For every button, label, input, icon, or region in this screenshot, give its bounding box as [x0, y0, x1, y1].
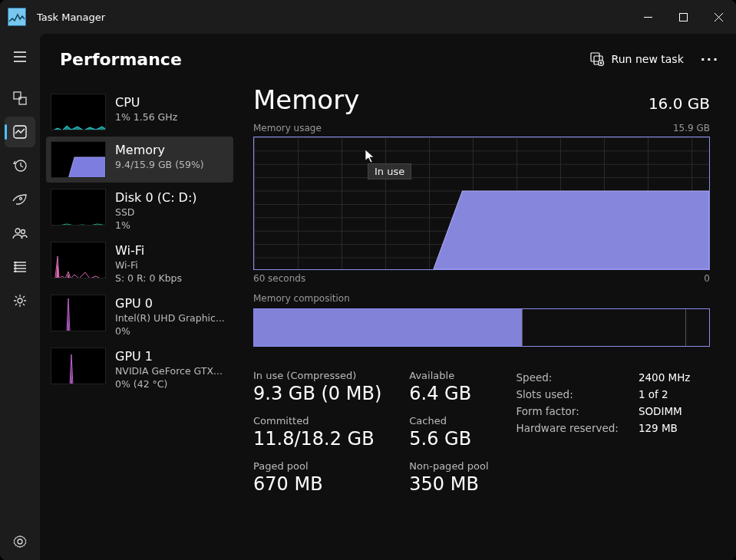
resource-sub1: Wi-Fi	[115, 259, 229, 271]
x-axis-right: 0	[704, 273, 710, 284]
nav-details[interactable]	[5, 252, 35, 282]
committed-label: Committed	[253, 415, 381, 427]
slots-val: 1 of 2	[639, 388, 691, 400]
slots-key: Slots used:	[517, 388, 619, 400]
disk-sparkline	[51, 189, 106, 226]
hw-val: 129 MB	[639, 422, 691, 434]
panel-header: Performance Run new task ···	[40, 34, 736, 84]
cached-label: Cached	[409, 415, 488, 427]
memory-composition-bar[interactable]	[253, 308, 710, 347]
more-options-button[interactable]: ···	[701, 52, 719, 67]
resource-item-memory[interactable]: Memory 9.4/15.9 GB (59%)	[46, 137, 233, 183]
nav-services[interactable]	[5, 285, 35, 316]
run-new-task-button[interactable]: Run new task	[590, 52, 684, 66]
nav-settings[interactable]	[5, 526, 35, 557]
hamburger-button[interactable]	[5, 41, 35, 72]
nav-app-history[interactable]	[5, 150, 35, 181]
svg-marker-18	[68, 157, 106, 178]
svg-point-13	[18, 298, 22, 303]
close-button[interactable]	[701, 0, 736, 34]
resource-sub1: NVIDIA GeForce GTX...	[115, 365, 229, 377]
svg-point-7	[15, 229, 20, 233]
cpu-sparkline	[51, 94, 106, 130]
cached-value: 5.6 GB	[409, 428, 488, 450]
detail-pane: Memory 16.0 GB Memory usage 15.9 GB	[239, 84, 736, 560]
available-value: 6.4 GB	[409, 383, 488, 404]
resource-sub2: 1%	[115, 219, 229, 231]
nav-users[interactable]	[5, 218, 35, 249]
nonpaged-label: Non-paged pool	[409, 460, 488, 472]
available-label: Available	[409, 370, 488, 381]
form-key: Form factor:	[517, 405, 619, 417]
detail-title: Memory	[253, 84, 359, 115]
memory-sparkline	[51, 141, 106, 178]
resource-sub2: S: 0 R: 0 Kbps	[115, 272, 229, 284]
titlebar: Task Manager	[0, 0, 736, 34]
wifi-sparkline	[51, 242, 106, 278]
nav-rail	[0, 34, 40, 560]
memory-capacity: 16.0 GB	[649, 94, 710, 113]
resource-title: Wi-Fi	[115, 243, 229, 258]
resource-item-gpu0[interactable]: GPU 0 Intel(R) UHD Graphic... 0%	[46, 290, 233, 341]
in-use-label: In use (Compressed)	[253, 370, 381, 381]
composition-free	[686, 309, 709, 346]
nav-performance[interactable]	[5, 117, 35, 147]
resource-sub1: Intel(R) UHD Graphic...	[115, 312, 229, 324]
resource-sub2: 0% (42 °C)	[115, 378, 229, 390]
memory-usage-chart[interactable]: In use	[253, 137, 710, 270]
paged-value: 670 MB	[253, 473, 381, 495]
stats-secondary: Speed: 2400 MHz Slots used: 1 of 2 Form …	[517, 371, 691, 495]
resource-item-cpu[interactable]: CPU 1% 1.56 GHz	[46, 89, 233, 135]
chart-fill	[254, 137, 709, 269]
resource-title: CPU	[115, 95, 229, 110]
resource-item-wifi[interactable]: Wi-Fi Wi-Fi S: 0 R: 0 Kbps	[46, 237, 233, 288]
svg-point-8	[21, 230, 25, 234]
resource-item-disk0[interactable]: Disk 0 (C: D:) SSD 1%	[46, 184, 233, 236]
nav-startup-apps[interactable]	[5, 184, 35, 215]
speed-val: 2400 MHz	[639, 371, 691, 384]
hw-key: Hardware reserved:	[517, 422, 619, 434]
resource-sub1: 1% 1.56 GHz	[115, 111, 229, 123]
form-val: SODIMM	[639, 405, 691, 417]
resource-sub2: 0%	[115, 325, 229, 337]
svg-point-11	[15, 268, 16, 269]
resource-sub1: 9.4/15.9 GB (59%)	[115, 159, 229, 170]
composition-standby	[523, 309, 686, 346]
chart-title: Memory usage	[253, 123, 322, 133]
x-axis-left: 60 seconds	[253, 273, 305, 284]
resource-sub1: SSD	[115, 206, 229, 218]
svg-point-9	[15, 262, 16, 263]
composition-label: Memory composition	[253, 293, 710, 304]
run-task-icon	[590, 52, 604, 66]
composition-in-use	[254, 309, 523, 346]
resource-title: GPU 1	[115, 349, 229, 364]
chart-ymax: 15.9 GB	[673, 123, 710, 133]
maximize-button[interactable]	[665, 0, 701, 34]
in-use-value: 9.3 GB (0 MB)	[253, 383, 381, 404]
resource-title: Disk 0 (C: D:)	[115, 190, 229, 205]
minimize-button[interactable]	[630, 0, 665, 34]
svg-rect-15	[591, 53, 599, 61]
chart-tooltip: In use	[368, 163, 411, 180]
svg-marker-23	[434, 191, 709, 269]
page-title: Performance	[60, 50, 182, 69]
content-panel: Performance Run new task ··· CP	[40, 34, 736, 560]
nonpaged-value: 350 MB	[409, 473, 488, 495]
app-title: Task Manager	[37, 12, 105, 23]
svg-rect-1	[679, 13, 687, 21]
stats-primary: In use (Compressed) 9.3 GB (0 MB) Availa…	[253, 370, 489, 495]
nav-processes[interactable]	[5, 83, 35, 114]
svg-point-6	[20, 198, 22, 200]
gpu1-sparkline	[51, 348, 106, 384]
gpu0-sparkline	[51, 295, 106, 331]
app-icon	[8, 8, 26, 26]
svg-point-12	[15, 271, 16, 272]
resource-title: GPU 0	[115, 296, 229, 311]
svg-point-10	[15, 265, 16, 266]
paged-label: Paged pool	[253, 460, 381, 472]
resource-title: Memory	[115, 143, 229, 157]
resource-item-gpu1[interactable]: GPU 1 NVIDIA GeForce GTX... 0% (42 °C)	[46, 343, 233, 394]
run-task-label: Run new task	[612, 53, 684, 65]
svg-point-14	[18, 539, 22, 544]
speed-key: Speed:	[517, 371, 619, 384]
